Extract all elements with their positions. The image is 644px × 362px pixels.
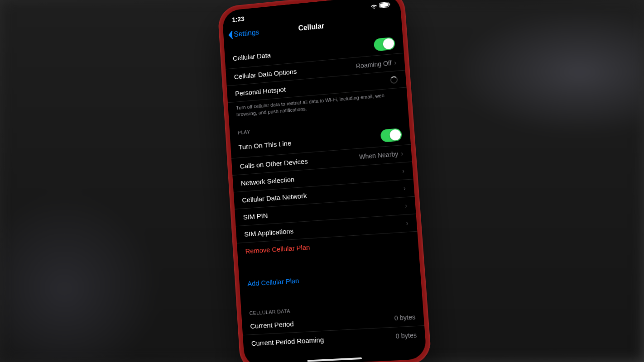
cellular-data-toggle[interactable] — [374, 37, 395, 52]
row-label: Current Period — [250, 320, 294, 330]
section-cellular: Cellular Data Cellular Data Options Roam… — [224, 32, 408, 124]
chevron-left-icon — [227, 31, 233, 39]
row-value: 0 bytes — [394, 314, 415, 322]
row-label: Turn On This Line — [238, 139, 291, 151]
page-title: Cellular — [298, 22, 325, 33]
row-label: Cellular Data Options — [234, 67, 297, 81]
loading-indicator — [390, 76, 398, 84]
phone-frame: 1:23 Settings Cellular Cellular Data Cel… — [217, 0, 432, 362]
row-value: › — [402, 167, 405, 175]
row-value: › — [404, 202, 407, 210]
phone-screen: 1:23 Settings Cellular Cellular Data Cel… — [222, 0, 427, 362]
chevron-right-icon: › — [401, 150, 404, 157]
svg-rect-1 — [380, 3, 388, 7]
wifi-icon — [370, 3, 378, 9]
chevron-right-icon: › — [406, 219, 409, 227]
chevron-right-icon: › — [394, 59, 397, 66]
battery-icon — [379, 2, 390, 8]
row-label: Cellular Data Network — [242, 191, 307, 204]
row-label: Network Selection — [240, 175, 294, 187]
row-label: Remove Cellular Plan — [245, 243, 310, 255]
chevron-right-icon: › — [402, 167, 405, 175]
chevron-right-icon: › — [404, 202, 407, 210]
back-label: Settings — [234, 29, 260, 39]
row-label: Add Cellular Plan — [247, 277, 299, 288]
settings-content[interactable]: Cellular Data Cellular Data Options Roam… — [224, 28, 427, 362]
row-label: Cellular Data — [233, 51, 271, 62]
status-indicators — [370, 2, 390, 9]
row-value: › — [404, 185, 406, 192]
row-label: Calls on Other Devices — [240, 157, 308, 170]
row-value: › — [406, 219, 409, 227]
section-play: PLAY Turn On This Line Calls on Other De… — [230, 113, 419, 260]
section-usage: CELLULAR DATA Current Period 0 bytes Cur… — [241, 298, 426, 352]
row-value: Roaming Off › — [356, 59, 396, 70]
svg-rect-2 — [389, 3, 390, 5]
row-label: Current Period Roaming — [251, 336, 324, 347]
status-time: 1:23 — [232, 15, 245, 23]
row-label: SIM Applications — [244, 227, 294, 238]
row-label: SIM PIN — [243, 211, 268, 221]
row-value: 0 bytes — [395, 331, 417, 340]
spinner-icon — [390, 76, 398, 84]
back-button[interactable]: Settings — [227, 29, 259, 39]
turn-on-line-toggle[interactable] — [380, 128, 403, 143]
chevron-right-icon: › — [404, 185, 406, 192]
row-label: Personal Hotspot — [235, 86, 286, 97]
row-value: When Nearby › — [359, 150, 404, 161]
